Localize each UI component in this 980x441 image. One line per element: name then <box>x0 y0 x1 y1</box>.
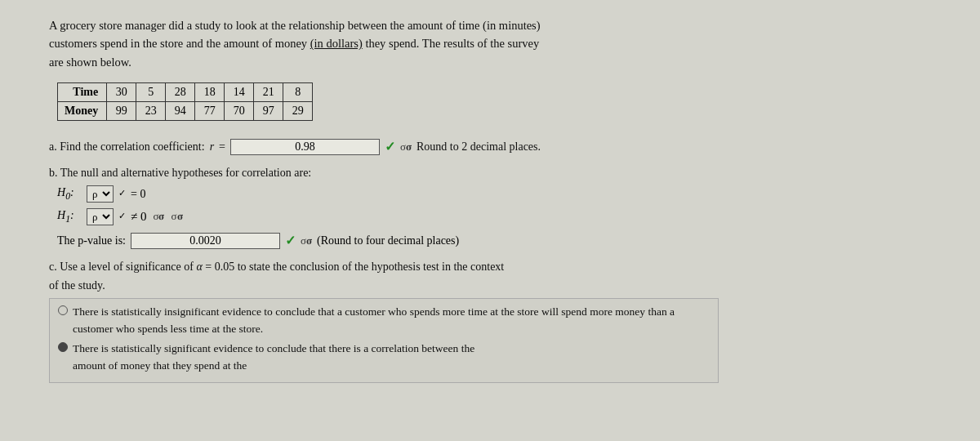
p-value-checkmark: ✓ <box>285 229 296 252</box>
time-label: Time <box>58 83 107 102</box>
money-val-7: 29 <box>283 102 313 121</box>
main-content: A grocery store manager did a study to l… <box>0 0 980 441</box>
h1-label: H1: <box>57 205 82 228</box>
money-val-4: 77 <box>195 102 225 121</box>
conclusion-box: There is statistically insignificant evi… <box>49 298 719 383</box>
h1-row: H1: ρ μ ✓ ≠ 0 σ𝛔 σ𝛔 <box>57 205 956 228</box>
time-val-6: 21 <box>254 83 283 102</box>
sigma-button-c[interactable]: σ𝛔 <box>301 232 312 250</box>
sigma-button-b2[interactable]: σ𝛔 <box>172 207 183 225</box>
money-val-5: 70 <box>225 102 254 121</box>
section-b-label: b. The null and alternative hypotheses f… <box>49 163 311 183</box>
data-table: Time 30 5 28 18 14 21 8 Money 99 23 94 7… <box>57 82 313 121</box>
section-b: b. The null and alternative hypotheses f… <box>49 163 956 252</box>
p-value-input[interactable] <box>131 233 280 249</box>
money-label: Money <box>58 102 107 121</box>
conclusion-text-2: There is statistically significant evide… <box>73 341 474 375</box>
conclusion-text-1: There is statistically insignificant evi… <box>73 304 710 338</box>
h0-chevron[interactable]: ✓ <box>118 185 126 202</box>
radio-option-2[interactable] <box>58 342 68 352</box>
h1-chevron[interactable]: ✓ <box>118 208 126 225</box>
checkmark-icon: ✓ <box>385 136 395 158</box>
intro-line2: customers spend in the store and the amo… <box>49 37 539 50</box>
equals-sign: = <box>219 137 225 157</box>
money-val-2: 23 <box>136 102 166 121</box>
section-a-line: a. Find the correlation coefficient: r =… <box>49 136 956 158</box>
conclusion-option-1: There is statistically insignificant evi… <box>58 304 710 338</box>
time-val-4: 18 <box>195 83 225 102</box>
r-variable: r <box>210 137 214 157</box>
h0-label: H0: <box>57 182 82 205</box>
section-b-header: b. The null and alternative hypotheses f… <box>49 163 956 183</box>
section-c-label-end: = 0.05 to state the conclusion of the hy… <box>205 261 504 273</box>
time-val-1: 30 <box>107 83 136 102</box>
intro-line1: A grocery store manager did a study to l… <box>49 19 541 32</box>
section-a-label: a. Find the correlation coefficient: <box>49 137 205 157</box>
time-val-3: 28 <box>166 83 195 102</box>
p-value-label: The p-value is: <box>57 231 126 251</box>
time-val-2: 5 <box>136 83 166 102</box>
time-val-7: 8 <box>283 83 313 102</box>
radio-option-1[interactable] <box>58 305 68 315</box>
section-a: a. Find the correlation coefficient: r =… <box>49 136 956 158</box>
h1-neq: ≠ 0 <box>131 206 146 228</box>
h1-select[interactable]: ρ μ <box>87 208 114 225</box>
money-val-1: 99 <box>107 102 136 121</box>
correlation-input[interactable] <box>230 139 380 155</box>
h0-row: H0: ρ μ ✓ = 0 <box>57 182 956 205</box>
alpha-symbol: α <box>196 261 205 273</box>
h0-equals: = 0 <box>131 184 145 204</box>
intro-line3: are shown below. <box>49 56 131 69</box>
section-c-label-end2: of the study. <box>49 279 105 292</box>
round-label: Round to 2 decimal places. <box>416 137 541 157</box>
money-val-6: 97 <box>254 102 283 121</box>
sigma-button-a[interactable]: σ𝛔 <box>400 138 412 156</box>
p-value-round-label: (Round to four decimal places) <box>317 231 459 251</box>
conclusion-option-2: There is statistically significant evide… <box>58 341 710 375</box>
time-val-5: 14 <box>225 83 254 102</box>
money-val-3: 94 <box>166 102 195 121</box>
section-c-text: c. Use a level of significance of α = 0.… <box>49 258 719 295</box>
intro-paragraph: A grocery store manager did a study to l… <box>49 16 719 71</box>
sigma-button-b1[interactable]: σ𝛔 <box>153 207 164 225</box>
h0-select[interactable]: ρ μ <box>87 185 114 203</box>
section-c-label-start: c. Use a level of significance of <box>49 261 194 273</box>
p-value-line: The p-value is: ✓ σ𝛔 (Round to four deci… <box>57 229 956 252</box>
section-c: c. Use a level of significance of α = 0.… <box>49 258 956 382</box>
